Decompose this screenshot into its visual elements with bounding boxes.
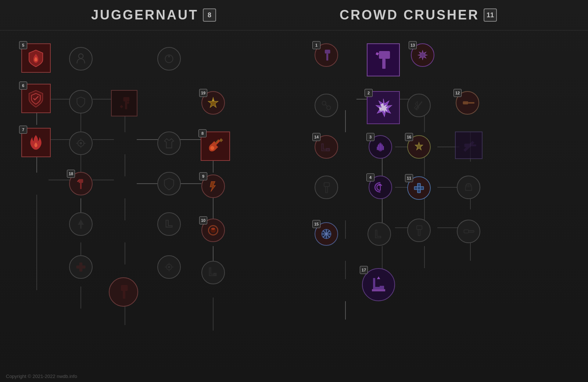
node-cc-3[interactable]: 3 xyxy=(369,135,392,159)
node-18-badge: 18 xyxy=(67,170,75,178)
boots2-icon xyxy=(372,226,387,242)
svg-rect-79 xyxy=(382,59,386,69)
gear-icon xyxy=(73,136,89,151)
node-cc-center-top-icon[interactable] xyxy=(367,43,400,76)
node-9[interactable]: 9 xyxy=(201,174,225,198)
node-j-c1r2[interactable] xyxy=(69,131,93,155)
node-cc-far-r2-icon[interactable] xyxy=(455,131,483,159)
node-cc-16[interactable]: 16 xyxy=(407,135,431,159)
node-cc-14[interactable]: 14 xyxy=(315,135,338,159)
svg-point-71 xyxy=(211,146,215,150)
node-cc-dim-c0r3[interactable] xyxy=(315,176,338,199)
node-cc-13[interactable]: 13 xyxy=(411,43,434,67)
node-7[interactable]: 7 xyxy=(21,128,51,157)
svg-rect-61 xyxy=(125,101,127,109)
node-cc-16-badge: 16 xyxy=(405,133,413,141)
node-j-c3r5-icon[interactable] xyxy=(201,261,225,284)
node-j-c1r0-icon[interactable] xyxy=(69,47,93,71)
node-19-badge: 19 xyxy=(199,89,207,97)
node-j-c2r3[interactable] xyxy=(157,172,181,195)
node-j-c1r1[interactable] xyxy=(69,90,93,113)
node-j-c2r1[interactable] xyxy=(111,90,137,116)
explosion-icon xyxy=(372,97,394,119)
node-j-c2r6[interactable] xyxy=(109,277,138,307)
node-cc-dim-c0r5-icon[interactable] xyxy=(368,222,391,246)
node-j-c1r4[interactable] xyxy=(69,212,93,236)
node-j-c3r5[interactable] xyxy=(201,261,225,284)
node-cc-far-r4-icon[interactable] xyxy=(457,220,480,243)
node-j-c2r3-icon[interactable] xyxy=(157,172,181,195)
node-j-c2r0[interactable] xyxy=(157,47,181,71)
boots-icon xyxy=(205,265,221,280)
shoe-icon xyxy=(319,139,334,155)
node-cc-center-top[interactable] xyxy=(367,43,400,76)
node-cc-dim-c0r3-icon[interactable] xyxy=(315,176,338,199)
shield-icon xyxy=(26,89,46,108)
medical-cross-icon xyxy=(73,259,89,275)
node-j-c2r2-icon[interactable] xyxy=(157,131,181,155)
node-j-c1r0[interactable] xyxy=(69,47,93,71)
node-cc-4[interactable]: 4 xyxy=(369,176,392,199)
ring-icon xyxy=(205,223,221,238)
node-cc-11[interactable]: 11 xyxy=(407,176,431,200)
node-cc-far-r2[interactable] xyxy=(455,131,483,159)
hammer-icon xyxy=(73,176,89,191)
node-18[interactable]: 18 xyxy=(69,172,93,195)
node-cc-dim-c1r1[interactable] xyxy=(315,94,338,117)
svg-point-50 xyxy=(80,142,82,144)
node-j-c2r4-icon[interactable] xyxy=(157,212,181,236)
node-j-c2r5-icon[interactable] xyxy=(157,255,181,279)
gear2-icon xyxy=(161,259,177,275)
node-6-badge: 6 xyxy=(19,82,27,90)
node-cc-far-r3[interactable] xyxy=(457,176,480,199)
svg-rect-78 xyxy=(379,51,390,59)
node-cc-dim-c2r4-icon[interactable] xyxy=(407,219,431,242)
main-container: JUGGERNAUT 8 CROWD CRUSHER 11 xyxy=(0,0,588,382)
node-cc-12[interactable]: 12 xyxy=(456,91,479,115)
svg-rect-69 xyxy=(123,291,126,299)
node-j-c2r1-icon[interactable] xyxy=(111,90,137,116)
node-cc-dim-c2r4[interactable] xyxy=(407,219,431,242)
stomp-icon xyxy=(368,274,390,296)
svg-point-81 xyxy=(322,101,326,105)
node-j-c1r1-icon[interactable] xyxy=(69,90,93,113)
whirl-icon xyxy=(373,180,388,195)
node-5[interactable]: 5 xyxy=(21,43,51,73)
hammer4-icon xyxy=(461,224,476,239)
slash-icon xyxy=(411,98,427,113)
node-j-c1r5[interactable] xyxy=(69,255,93,279)
hammer-dim-icon xyxy=(319,180,334,195)
node-cc-2[interactable]: 2 xyxy=(367,91,400,124)
node-j-c1r2-icon[interactable] xyxy=(69,131,93,155)
node-j-c2r2[interactable] xyxy=(157,131,181,155)
node-8[interactable]: 8 xyxy=(201,131,230,161)
node-j-c1r4-icon[interactable] xyxy=(69,212,93,236)
node-cc-dim-c2r1[interactable] xyxy=(407,94,431,117)
node-cc-dim-c2r1-icon[interactable] xyxy=(407,94,431,117)
node-cc-15[interactable]: 15 xyxy=(315,222,338,246)
node-cc-dim-c0r5[interactable] xyxy=(368,222,391,246)
node-10[interactable]: 10 xyxy=(201,219,225,242)
node-cc-1[interactable]: 1 xyxy=(315,43,338,67)
arrow-up-icon xyxy=(73,216,89,232)
svg-rect-56 xyxy=(80,183,82,189)
cross-plus-icon xyxy=(411,180,427,196)
node-j-c2r4[interactable] xyxy=(157,212,181,236)
hand-purple-icon xyxy=(373,139,388,155)
node-j-c2r0-icon[interactable] xyxy=(157,47,181,71)
node-19[interactable]: 19 xyxy=(201,91,225,115)
svg-point-48 xyxy=(79,54,83,58)
node-cc-13-badge: 13 xyxy=(409,41,417,49)
svg-rect-106 xyxy=(469,231,474,232)
node-cc-far-r3-icon[interactable] xyxy=(457,176,480,199)
node-j-c2r5[interactable] xyxy=(157,255,181,279)
node-cc-far-r4[interactable] xyxy=(457,220,480,243)
crowd-crusher-title: CROWD CRUSHER xyxy=(340,7,479,23)
node-cc-17[interactable]: 17 xyxy=(362,268,395,301)
node-j-c2r6-icon[interactable] xyxy=(109,277,138,307)
upgrade-icon xyxy=(161,51,177,66)
node-cc-dim-c1r1-icon[interactable] xyxy=(315,94,338,117)
node-j-c1r5-icon[interactable] xyxy=(69,255,93,279)
node-cc-14-badge: 14 xyxy=(312,133,320,141)
node-6[interactable]: 6 xyxy=(21,84,51,113)
